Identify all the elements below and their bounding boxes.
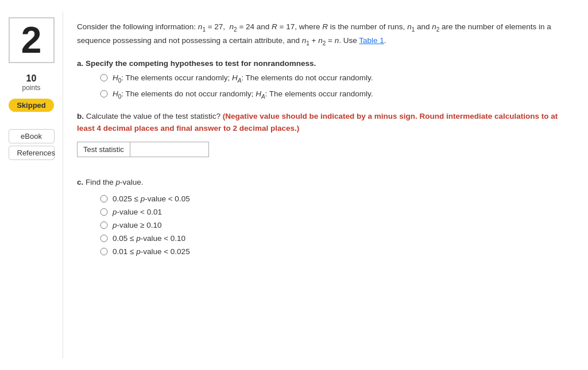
pvalue-option-4[interactable]: 0.05 ≤ p-value < 0.10: [100, 234, 572, 243]
part-a-radio-2[interactable]: [100, 90, 108, 98]
part-b-instruction-text: Calculate the value of the test statisti…: [86, 112, 223, 120]
part-b: b. Calculate the value of the test stati…: [77, 110, 572, 157]
pvalue-radio-3[interactable]: [100, 221, 108, 229]
part-a-label: a. Specify the competing hypotheses to t…: [77, 59, 572, 68]
table1-link[interactable]: Table 1: [359, 36, 384, 45]
pvalue-option-4-text: 0.05 ≤ p-value < 0.10: [113, 234, 185, 243]
part-a-option-2[interactable]: H0: The elements do not occur randomly; …: [100, 88, 572, 101]
test-statistic-row: Test statistic: [77, 142, 209, 157]
left-sidebar: 2 10 points Skipped eBook References: [0, 11, 63, 359]
main-content: Consider the following information: n1 =…: [63, 11, 588, 359]
references-link[interactable]: References: [9, 146, 55, 160]
pvalue-option-2[interactable]: p-value < 0.01: [100, 208, 572, 216]
part-a-radio-1[interactable]: [100, 74, 108, 81]
part-a: a. Specify the competing hypotheses to t…: [77, 59, 572, 100]
part-c-label: c. Find the p-value.: [77, 178, 572, 186]
pvalue-option-1-text: 0.025 ≤ p-value < 0.05: [113, 194, 190, 203]
pvalue-option-3-text: p-value ≥ 0.10: [113, 221, 161, 229]
points-label: points: [22, 84, 40, 92]
ebook-link[interactable]: eBook: [9, 129, 55, 143]
sidebar-links: eBook References: [9, 129, 55, 160]
points-value: 10: [26, 73, 37, 84]
question-number: 2: [9, 17, 55, 63]
part-a-option-1[interactable]: H0: The elements occur randomly; HA: The…: [100, 72, 572, 85]
pvalue-radio-2[interactable]: [100, 208, 108, 216]
problem-statement: Consider the following information: n1 =…: [77, 21, 572, 48]
skipped-badge: Skipped: [9, 99, 54, 112]
part-a-options: H0: The elements occur randomly; HA: The…: [100, 72, 572, 100]
pvalue-option-2-text: p-value < 0.01: [113, 208, 162, 216]
pvalue-option-1[interactable]: 0.025 ≤ p-value < 0.05: [100, 194, 572, 203]
pvalue-option-3[interactable]: p-value ≥ 0.10: [100, 221, 572, 229]
part-b-label: b.: [77, 112, 84, 120]
pvalue-radio-1[interactable]: [100, 195, 108, 202]
pvalue-option-5-text: 0.01 ≤ p-value < 0.025: [113, 247, 190, 256]
test-statistic-label: Test statistic: [78, 142, 130, 157]
test-statistic-input[interactable]: [130, 142, 188, 157]
pvalue-option-5[interactable]: 0.01 ≤ p-value < 0.025: [100, 247, 572, 256]
pvalue-options: 0.025 ≤ p-value < 0.05 p-value < 0.01 p-…: [100, 194, 572, 256]
part-b-instruction: b. Calculate the value of the test stati…: [77, 110, 572, 135]
part-a-option-1-text: H0: The elements occur randomly; HA: The…: [113, 72, 373, 85]
pvalue-radio-4[interactable]: [100, 235, 108, 242]
part-c: c. Find the p-value. 0.025 ≤ p-value < 0…: [77, 178, 572, 256]
part-a-option-2-text: H0: The elements do not occur randomly; …: [113, 88, 373, 101]
pvalue-radio-5[interactable]: [100, 248, 108, 255]
